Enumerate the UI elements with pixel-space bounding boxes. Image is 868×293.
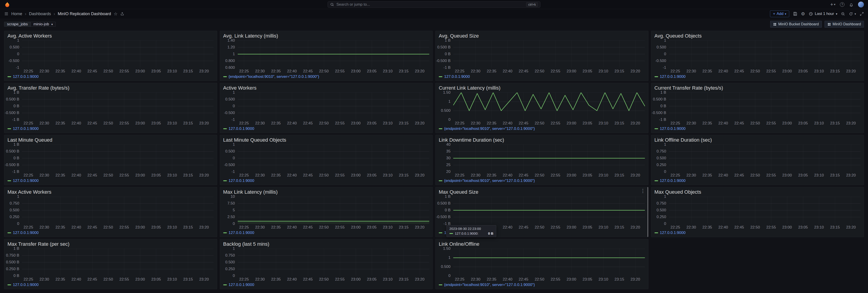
plot-area[interactable] <box>22 93 214 120</box>
panel-title[interactable]: Link Online/Offline <box>439 241 645 247</box>
legend-series-label[interactable]: 127.0.0.1:9000 <box>660 231 685 235</box>
plot-area[interactable] <box>453 144 645 172</box>
panel-title[interactable]: Max Active Workers <box>7 189 214 195</box>
series-color-swatch <box>223 232 227 233</box>
y-axis: 1.5010.5000 <box>439 93 453 120</box>
plot-area[interactable] <box>669 197 861 224</box>
dashboard-settings-button[interactable]: ⚙ <box>801 11 805 17</box>
plot-area[interactable] <box>238 144 430 172</box>
panel-title[interactable]: Max Queued Objects <box>654 189 861 195</box>
chart-legend: 127.0.0.1:9000 <box>654 178 861 184</box>
panel-title[interactable]: Last Minute Queued <box>7 137 214 143</box>
dashboard-panel: Current Link Latency (millis) ⋮ 1.5010.5… <box>435 83 648 133</box>
plot-area[interactable] <box>238 197 430 224</box>
add-panel-button[interactable]: + Add ▾ <box>770 10 789 17</box>
legend-series-label[interactable]: 127.0.0.1:9000 <box>13 178 38 183</box>
chart-area: 4035302520 <box>439 144 645 172</box>
panel-title[interactable]: Avg. Queued Objects <box>654 33 861 39</box>
legend-series-label[interactable]: 127.0.0.1:9000 <box>229 283 254 287</box>
plot-area[interactable] <box>669 144 861 172</box>
y-axis: 10.7500.5000.2500 <box>223 249 238 276</box>
plot-area[interactable] <box>22 40 214 68</box>
panel-title[interactable]: Max Transfer Rate (per sec) <box>7 241 214 247</box>
panel-title[interactable]: Current Transfer Rate (bytes/s) <box>654 85 861 91</box>
plot-area[interactable] <box>669 40 861 68</box>
plot-area[interactable] <box>453 249 645 276</box>
plot-area[interactable] <box>669 93 861 120</box>
x-axis: 22:2522:3022:3522:4022:4522:5022:5523:00… <box>238 68 430 73</box>
chart-legend: 127.0.0.1:9000 <box>7 126 214 131</box>
panel-title[interactable]: Avg. Transfer Rate (bytes/s) <box>7 85 214 91</box>
help-button[interactable]: ? <box>840 2 844 7</box>
panel-title[interactable]: Current Link Latency (millis) <box>439 85 645 91</box>
x-tick-label: 22:40 <box>71 69 81 73</box>
save-dashboard-button[interactable] <box>793 11 797 16</box>
legend-series-label[interactable]: {endpoint="localhost:9010", server="127.… <box>229 74 319 79</box>
legend-series-label[interactable]: 127.0.0.1:9000 <box>660 74 685 79</box>
breadcrumb-dashboards[interactable]: Dashboards <box>29 11 51 16</box>
plot-area[interactable] <box>22 197 214 224</box>
panel-menu-icon[interactable]: ⋮ <box>641 189 646 193</box>
x-axis: 22:2522:3022:3522:4022:4522:5022:5523:00… <box>22 172 214 177</box>
panel-title[interactable]: Backlog (last 5 mins) <box>223 241 430 247</box>
plot-area[interactable] <box>22 144 214 172</box>
kiosk-mode-button[interactable] <box>860 12 864 16</box>
variable-scrape-jobs[interactable]: scrape_jobs minio-job ▾ <box>4 22 56 27</box>
panel-title[interactable]: Max Link Latency (millis) <box>223 189 430 195</box>
legend-series-label[interactable]: 127.0.0.1:9000 <box>13 74 38 79</box>
plot-area[interactable] <box>238 40 430 68</box>
star-icon[interactable]: ☆ <box>114 11 118 17</box>
x-tick-label: 23:10 <box>598 173 608 177</box>
legend-series-label[interactable]: 127.0.0.1:9000 <box>229 127 254 131</box>
grafana-logo[interactable] <box>4 1 10 8</box>
x-tick-label: 23:05 <box>151 225 161 230</box>
panel-title[interactable]: Last Minute Queued Objects <box>223 137 430 143</box>
legend-series-label[interactable]: 127.0.0.1:9000 <box>660 178 685 183</box>
notifications-button[interactable] <box>849 2 854 7</box>
legend-series-label[interactable]: 127.0.0.1:9000 <box>444 74 470 79</box>
panel-title[interactable]: Link Downtime Duration (sec) <box>439 137 645 143</box>
legend-series-label[interactable]: 127.0.0.1:9000 <box>229 231 254 235</box>
legend-series-label[interactable]: 127.0.0.1:9000 <box>13 127 38 131</box>
x-tick-label: 22:30 <box>686 121 696 126</box>
panel-title[interactable]: Avg. Active Workers <box>7 33 214 39</box>
link-minio-bucket-dashboard[interactable]: MinIO Bucket Dashboard <box>770 21 822 28</box>
link-minio-dashboard[interactable]: MinIO Dashboard <box>825 21 864 28</box>
search-input[interactable]: Search or jump to... ctrl+k <box>328 1 540 8</box>
legend-series-label[interactable]: 127.0.0.1:9000 <box>660 127 685 131</box>
legend-series-label[interactable]: 127.0.0.1:9000 <box>229 178 254 183</box>
panel-title[interactable]: Link Offline Duration (sec) <box>654 137 861 143</box>
time-range-picker[interactable]: Last 1 hour ▾ <box>809 11 837 16</box>
plot-area[interactable] <box>22 249 214 276</box>
x-tick-label: 22:50 <box>535 225 545 230</box>
plot-area[interactable] <box>453 197 645 224</box>
variable-value-select[interactable]: minio-job ▾ <box>31 22 56 27</box>
x-tick-label: 22:50 <box>750 69 760 73</box>
panel-title[interactable]: Avg. Queued Size <box>439 33 645 39</box>
chart-legend: 127.0.0.1:9000 <box>654 126 861 131</box>
legend-series-label[interactable]: {endpoint="localhost:9010", server="127.… <box>444 127 535 131</box>
panel-title[interactable]: Avg. Link Latency (millis) <box>223 33 430 39</box>
legend-series-label[interactable]: 127.0.0.1:9000 <box>13 231 38 235</box>
legend-series-label[interactable]: {endpoint="localhost:9010", server="127.… <box>444 178 535 183</box>
mega-menu-button[interactable] <box>4 11 9 16</box>
refresh-interval-dropdown[interactable]: ▾ <box>855 12 856 15</box>
refresh-button[interactable]: ▾ <box>849 12 856 16</box>
x-tick-label: 23:15 <box>183 121 193 126</box>
legend-series-label[interactable]: {endpoint="localhost:9010", server="127.… <box>444 283 535 287</box>
share-button[interactable] <box>120 12 124 16</box>
plot-area[interactable] <box>238 93 430 120</box>
x-tick-label: 22:45 <box>735 69 744 73</box>
plot-area[interactable] <box>238 249 430 276</box>
x-tick-label: 22:40 <box>71 277 81 282</box>
panel-title[interactable]: Active Workers <box>223 85 430 91</box>
plot-area[interactable] <box>453 93 645 120</box>
panel-title[interactable]: Max Queued Size <box>439 189 645 195</box>
user-avatar[interactable] <box>858 2 864 7</box>
zoom-out-time-button[interactable] <box>841 12 845 16</box>
legend-series-label[interactable]: 127.0.0.1:9000 <box>13 283 38 287</box>
x-tick-label: 23:00 <box>351 225 361 230</box>
breadcrumb-home[interactable]: Home <box>11 11 22 16</box>
new-button[interactable]: + ▾ <box>830 2 835 7</box>
plot-area[interactable] <box>453 40 645 68</box>
